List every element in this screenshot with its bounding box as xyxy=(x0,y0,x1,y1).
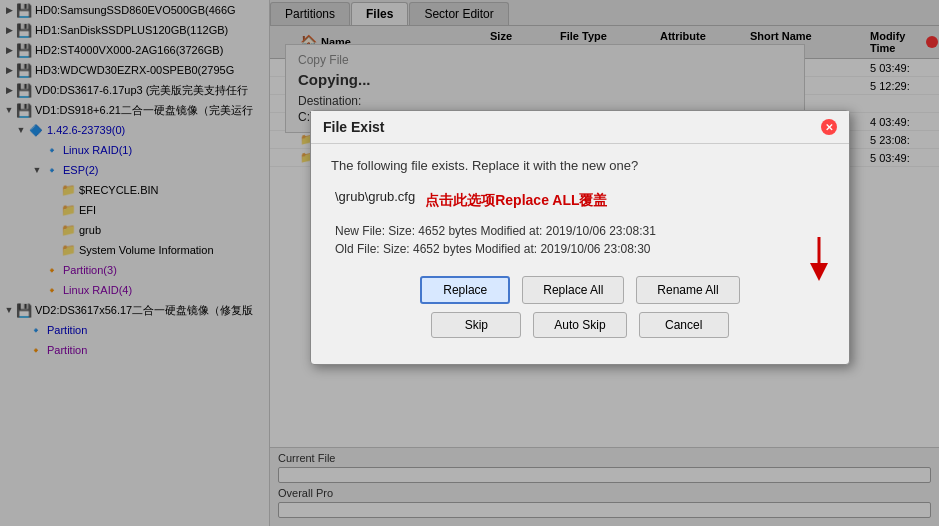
modal-buttons-secondary: Skip Auto Skip Cancel xyxy=(331,312,829,338)
cancel-button[interactable]: Cancel xyxy=(639,312,729,338)
modal-titlebar: File Exist ✕ xyxy=(311,111,849,144)
replace-button[interactable]: Replace xyxy=(420,276,510,304)
close-icon: ✕ xyxy=(825,122,833,133)
modal-question: The following file exists. Replace it wi… xyxy=(331,158,829,173)
replace-all-button[interactable]: Replace All xyxy=(522,276,624,304)
annotation-text: 点击此选项Replace ALL覆盖 xyxy=(425,192,607,210)
modal-buttons-primary: Replace Replace All Rename All xyxy=(331,276,829,304)
modal-overlay: File Exist ✕ The following file exists. … xyxy=(0,0,939,526)
modal-body: The following file exists. Replace it wi… xyxy=(311,144,849,364)
new-file-info: New File: Size: 4652 bytes Modified at: … xyxy=(331,224,829,238)
rename-all-button[interactable]: Rename All xyxy=(636,276,739,304)
modal-close-button[interactable]: ✕ xyxy=(821,119,837,135)
app-window: ▶ 💾 HD0:SamsungSSD860EVO500GB(466G ▶ 💾 H… xyxy=(0,0,939,526)
file-path: \grub\grub.cfg xyxy=(331,189,415,204)
file-exist-dialog: File Exist ✕ The following file exists. … xyxy=(310,110,850,365)
arrow-annotation: Old File: Size: 4652 bytes Modified at: … xyxy=(331,242,829,260)
auto-skip-button[interactable]: Auto Skip xyxy=(533,312,626,338)
skip-button[interactable]: Skip xyxy=(431,312,521,338)
old-file-info: Old File: Size: 4652 bytes Modified at: … xyxy=(331,242,829,256)
modal-title: File Exist xyxy=(323,119,384,135)
red-arrow-svg xyxy=(789,232,849,282)
